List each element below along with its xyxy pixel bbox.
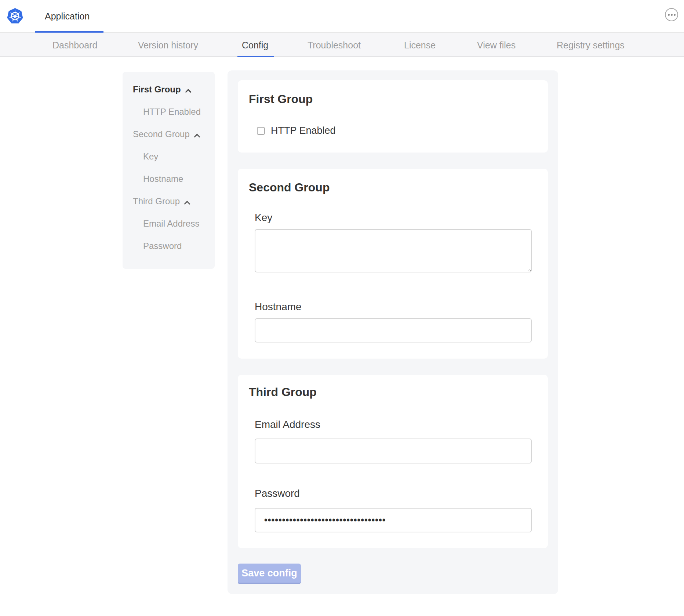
app-header: Application	[0, 0, 684, 33]
tab-dashboard[interactable]: Dashboard	[52, 33, 97, 57]
application-tab-label: Application	[45, 11, 90, 22]
sidebar-item-key[interactable]: Key	[133, 152, 215, 161]
first-group-card: First Group HTTP Enabled	[238, 80, 548, 153]
http-enabled-checkbox[interactable]	[257, 127, 265, 135]
http-enabled-row[interactable]: HTTP Enabled	[257, 126, 537, 136]
sidebar-item-password[interactable]: Password	[133, 242, 215, 250]
sidebar-item-second-group[interactable]: Second Group	[133, 130, 215, 139]
email-address-input[interactable]	[255, 439, 532, 463]
hostname-input[interactable]	[255, 318, 532, 342]
tab-application[interactable]: Application	[35, 0, 103, 33]
config-form-panel: First Group HTTP Enabled Second Group Ke…	[228, 70, 558, 594]
save-config-button[interactable]: Save config	[238, 564, 301, 584]
third-group-card: Third Group Email Address Password	[238, 375, 548, 548]
third-group-title: Third Group	[249, 386, 537, 398]
ellipsis-icon	[668, 14, 670, 16]
password-input[interactable]	[255, 508, 532, 532]
hostname-label: Hostname	[255, 302, 537, 312]
chevron-up-icon	[185, 89, 191, 95]
config-groups-sidebar: First Group HTTP Enabled Second Group Ke…	[123, 72, 215, 269]
tab-version-history[interactable]: Version history	[138, 33, 198, 57]
second-group-title: Second Group	[249, 181, 537, 194]
password-label: Password	[255, 488, 537, 499]
chevron-up-icon	[184, 201, 190, 207]
tab-registry-settings[interactable]: Registry settings	[557, 33, 625, 57]
app-navbar: Dashboard Version history Config Trouble…	[0, 33, 684, 57]
email-address-label: Email Address	[255, 419, 537, 430]
tab-license[interactable]: License	[404, 33, 436, 57]
kots-admin-config-page: Application Dashboard Version history Co…	[0, 0, 684, 616]
overflow-menu-button[interactable]	[665, 8, 678, 21]
tab-view-files[interactable]: View files	[477, 33, 516, 57]
first-group-title: First Group	[249, 93, 537, 105]
sidebar-item-email-address[interactable]: Email Address	[133, 219, 215, 228]
tab-troubleshoot[interactable]: Troubleshoot	[308, 33, 361, 57]
second-group-card: Second Group Key Hostname	[238, 169, 548, 359]
active-nav-tab-indicator	[237, 56, 274, 57]
active-app-tab-indicator	[35, 31, 103, 33]
sidebar-item-http-enabled[interactable]: HTTP Enabled	[133, 107, 215, 116]
key-label: Key	[255, 213, 537, 223]
kubernetes-logo-icon	[7, 8, 23, 25]
sidebar-item-third-group[interactable]: Third Group	[133, 197, 215, 206]
key-textarea[interactable]	[255, 229, 532, 272]
chevron-up-icon	[194, 134, 200, 140]
sidebar-item-hostname[interactable]: Hostname	[133, 175, 215, 183]
tab-config[interactable]: Config	[242, 33, 268, 57]
sidebar-item-first-group[interactable]: First Group	[133, 85, 215, 94]
http-enabled-label: HTTP Enabled	[271, 126, 336, 136]
